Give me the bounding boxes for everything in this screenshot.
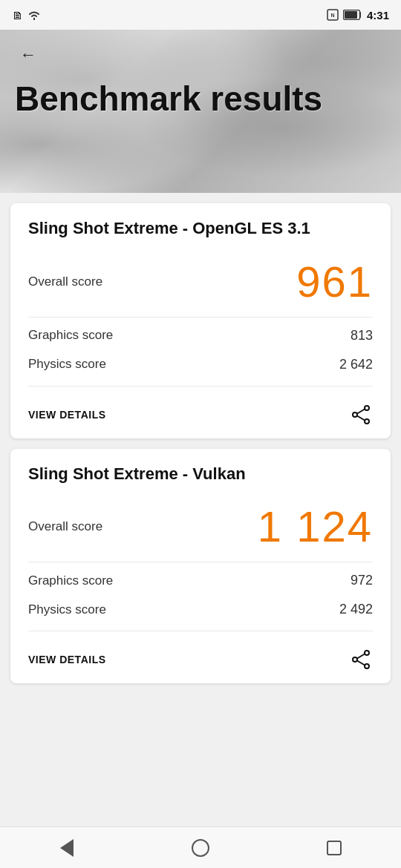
physics-score-row-opengl: Physics score 2 642	[28, 357, 373, 372]
physics-label-vulkan: Physics score	[28, 602, 106, 617]
overall-score-value-opengl: 961	[296, 260, 373, 303]
overall-score-row-opengl: Overall score 961	[28, 260, 373, 303]
status-right-icons: N 4:31	[327, 9, 389, 22]
physics-score-value-opengl: 2 642	[339, 357, 373, 372]
svg-line-12	[357, 654, 365, 659]
svg-point-10	[353, 657, 357, 662]
benchmark-title-opengl: Sling Shot Extreme - OpenGL ES 3.1	[28, 218, 373, 240]
svg-text:N: N	[330, 13, 334, 18]
navigation-bar	[0, 826, 401, 868]
svg-point-6	[365, 419, 369, 424]
back-arrow-icon: ←	[20, 45, 36, 65]
overall-score-value-vulkan: 1 124	[258, 505, 373, 548]
nav-back-button[interactable]	[48, 835, 85, 861]
wifi-icon	[27, 10, 41, 20]
physics-score-row-vulkan: Physics score 2 492	[28, 602, 373, 617]
header-background: ← Benchmark results	[0, 30, 401, 193]
physics-label-opengl: Physics score	[28, 357, 106, 372]
battery-icon	[343, 10, 362, 20]
nfc-icon: N	[327, 9, 339, 21]
svg-line-13	[357, 661, 365, 665]
physics-score-value-vulkan: 2 492	[339, 602, 373, 617]
benchmark-title-vulkan: Sling Shot Extreme - Vulkan	[28, 464, 373, 485]
graphics-score-row-vulkan: Graphics score 972	[28, 573, 373, 588]
share-icon-vulkan	[351, 649, 371, 670]
status-time: 4:31	[367, 9, 389, 22]
benchmark-card-opengl: Sling Shot Extreme - OpenGL ES 3.1 Overa…	[10, 203, 391, 438]
graphics-label-vulkan: Graphics score	[28, 573, 113, 588]
nav-recent-icon	[327, 841, 342, 855]
svg-point-4	[365, 406, 369, 410]
divider-3	[28, 562, 373, 562]
divider-1	[28, 317, 373, 318]
graphics-score-value-vulkan: 972	[351, 573, 373, 588]
graphics-score-value-opengl: 813	[351, 328, 373, 343]
page-title: Benchmark results	[15, 80, 386, 118]
nav-home-button[interactable]	[182, 835, 219, 861]
svg-line-8	[357, 415, 365, 420]
view-details-label-vulkan[interactable]: VIEW DETAILS	[28, 654, 106, 665]
nav-home-icon	[192, 839, 209, 857]
overall-label-opengl: Overall score	[28, 274, 102, 289]
share-icon-opengl	[351, 404, 371, 425]
status-bar: 🗎 N 4:31	[0, 0, 401, 30]
graphics-label-opengl: Graphics score	[28, 328, 113, 343]
details-row-vulkan: VIEW DETAILS	[28, 639, 373, 671]
content-area: Sling Shot Extreme - OpenGL ES 3.1 Overa…	[0, 203, 401, 698]
sim-icon: 🗎	[12, 9, 23, 22]
share-button-vulkan[interactable]	[349, 648, 373, 671]
svg-line-7	[357, 409, 365, 413]
view-details-label-opengl[interactable]: VIEW DETAILS	[28, 409, 106, 421]
overall-score-row-vulkan: Overall score 1 124	[28, 505, 373, 548]
back-button[interactable]: ←	[15, 42, 42, 68]
status-left-icons: 🗎	[12, 9, 41, 22]
divider-4	[28, 631, 373, 631]
svg-rect-3	[345, 11, 357, 19]
nav-back-icon	[60, 839, 74, 857]
graphics-score-row-opengl: Graphics score 813	[28, 328, 373, 343]
details-row-opengl: VIEW DETAILS	[28, 394, 373, 427]
svg-point-11	[365, 664, 369, 668]
overall-label-vulkan: Overall score	[28, 519, 102, 534]
svg-point-5	[353, 412, 357, 417]
benchmark-card-vulkan: Sling Shot Extreme - Vulkan Overall scor…	[10, 449, 391, 684]
svg-point-9	[365, 651, 369, 655]
nav-recent-button[interactable]	[316, 835, 353, 861]
divider-2	[28, 386, 373, 387]
share-button-opengl[interactable]	[349, 403, 373, 427]
